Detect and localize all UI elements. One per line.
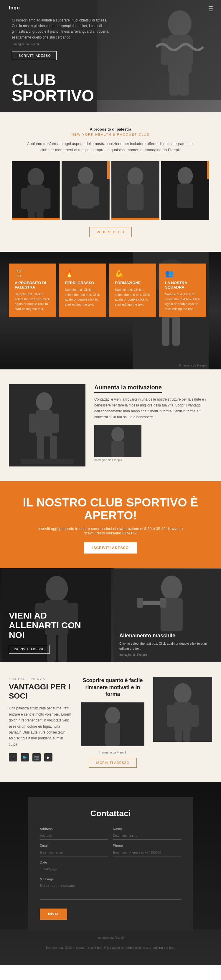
message-label: Message — [40, 877, 181, 881]
empty-group — [113, 861, 181, 873]
social-icons: f 🐦 📷 ▶ — [9, 753, 72, 762]
feature-title-1: A PROPOSITO DI PALESTRA — [15, 281, 50, 290]
address-group: Address — [40, 827, 108, 840]
see-more-button[interactable]: VEDERE DI PIÙ — [89, 227, 132, 237]
name-input[interactable] — [113, 832, 181, 840]
name-label: Name — [113, 827, 181, 830]
svg-rect-24 — [178, 183, 193, 208]
twitter-icon[interactable]: 🐦 — [21, 753, 29, 762]
svg-rect-38 — [37, 436, 44, 459]
hero-freepik: Immagine da Freepik — [12, 43, 112, 46]
svg-rect-10 — [21, 188, 28, 209]
membership-freepik-image — [81, 702, 144, 746]
open-signup-button[interactable]: ISCRIVITI ADESSO — [84, 542, 137, 554]
message-input[interactable] — [40, 882, 181, 900]
membership-tag: L'APPARTENENZA — [9, 677, 72, 681]
email-group: Email — [40, 844, 108, 856]
open-title: Il nostro club sportivo è aperto! — [12, 496, 209, 522]
about-image-1 — [12, 161, 60, 220]
form-row-2: Email Phone — [40, 844, 181, 856]
feature-title-4: LA NOSTRA SQUADRA — [165, 281, 200, 290]
phone-label: Phone — [113, 844, 181, 847]
feature-icon-2: 🔥 — [65, 269, 100, 278]
feature-card-2: 🔥 PERDI GRASSO Sample text. Click to sel… — [59, 264, 106, 317]
train-right-text: Click to select the text box. Click agai… — [119, 641, 215, 651]
feature-icon-1: 🏋️ — [15, 269, 50, 278]
motivation-section: Aumenta la motivazione Contattaci e vien… — [0, 369, 221, 481]
svg-rect-11 — [43, 188, 51, 209]
feature-title-2: PERDI GRASSO — [65, 281, 100, 285]
feature-text-4: Sample text. Click to select the text bo… — [165, 292, 200, 311]
svg-rect-64 — [191, 705, 199, 727]
svg-rect-55 — [137, 598, 143, 608]
feature-card-4: 👥 LA NOSTRA SQUADRA Sample text. Click t… — [159, 264, 206, 317]
hero-section: logo ☰ Ci impegniamo ad aiutarti a super… — [0, 0, 221, 112]
address-input[interactable] — [40, 832, 108, 840]
about-text: Abbiamo trasformato ogni aspetto della n… — [25, 141, 196, 153]
facebook-icon[interactable]: f — [9, 753, 17, 762]
email-input[interactable] — [40, 848, 108, 856]
instagram-icon[interactable]: 📷 — [32, 753, 41, 762]
svg-point-58 — [105, 707, 120, 724]
svg-rect-16 — [77, 183, 94, 208]
feature-card-1: 🏋️ A PROPOSITO DI PALESTRA Sample text. … — [9, 264, 56, 317]
svg-point-34 — [36, 392, 53, 411]
svg-rect-43 — [111, 441, 124, 457]
date-label: Date — [40, 861, 108, 864]
train-signup-button[interactable]: ISCRIVITI ADESSO — [9, 645, 50, 654]
submit-button[interactable]: INVIA — [40, 908, 67, 920]
form-row-1: Address Name — [40, 827, 181, 840]
svg-rect-40 — [21, 459, 74, 464]
contact-section: Contattaci Address Name Email Phone — [0, 782, 221, 965]
svg-point-8 — [28, 168, 44, 187]
train-section: VIENI AD ALLENARTI CON NOI ISCRIVITI ADE… — [0, 568, 221, 662]
svg-rect-63 — [167, 705, 175, 727]
svg-rect-66 — [183, 730, 191, 742]
feature-text-1: Sample text. Click to select the text bo… — [15, 292, 50, 311]
hero-title: Club sportivo — [12, 72, 112, 103]
about-images — [12, 161, 209, 220]
svg-rect-9 — [27, 185, 45, 212]
svg-point-15 — [78, 167, 93, 185]
svg-rect-65 — [175, 730, 182, 742]
about-image-2 — [62, 161, 110, 220]
address-label: Address — [40, 827, 108, 830]
membership-section: L'APPARTENENZA Vantaggi per i soci Una p… — [0, 662, 221, 782]
hero-signup-button[interactable]: ISCRIVITI ADESSO — [12, 51, 56, 60]
membership-middle-text: Scoprire quanto è facile rimanere motiva… — [81, 677, 144, 698]
phone-input[interactable] — [113, 848, 181, 856]
name-group: Name — [113, 827, 181, 840]
feature-icon-3: 💪 — [115, 269, 150, 278]
svg-point-1 — [168, 10, 192, 37]
form-row-3: Date — [40, 861, 181, 873]
youtube-icon[interactable]: ▶ — [44, 753, 53, 762]
contact-title: Contattaci — [40, 809, 181, 818]
feature-text-2: Sample text. Click to select the text bo… — [65, 287, 100, 307]
svg-rect-59 — [105, 723, 120, 746]
date-group: Date — [40, 861, 108, 873]
train-left: VIENI AD ALLENARTI CON NOI ISCRIVITI ADE… — [0, 568, 114, 662]
motivation-title: Aumenta la motivazione — [94, 384, 162, 393]
svg-rect-37 — [51, 414, 59, 433]
membership-title: Vantaggi per i soci — [9, 682, 72, 701]
svg-rect-4 — [184, 38, 193, 65]
membership-left: L'APPARTENENZA Vantaggi per i soci Una p… — [9, 677, 72, 767]
feature-text-3: Sample text. Click to select the text bo… — [115, 287, 150, 307]
features-section: Immagine da Freepik 🏋️ A PROPOSITO DI PA… — [0, 252, 221, 369]
email-label: Email — [40, 844, 108, 847]
train-right-title: Allenamento maschile — [119, 633, 215, 639]
membership-signup-button[interactable]: ISCRIVITI ADESSO — [89, 758, 137, 768]
train-text-box: VIENI AD ALLENARTI CON NOI ISCRIVITI ADE… — [9, 611, 81, 654]
svg-rect-35 — [36, 410, 53, 436]
open-section: Il nostro club sportivo è aperto! Iscriv… — [0, 481, 221, 568]
train-left-title: VIENI AD ALLENARTI CON NOI — [9, 611, 81, 640]
contact-freepik: Immagine da Freepik — [9, 936, 212, 939]
date-input[interactable] — [40, 865, 108, 873]
hamburger-icon[interactable]: ☰ — [208, 5, 214, 13]
logo: logo — [9, 5, 20, 10]
motivation-content: Aumenta la motivazione Contattaci e vien… — [94, 384, 212, 462]
svg-point-42 — [111, 427, 124, 442]
train-right: Allenamento maschile Click to select the… — [114, 568, 221, 662]
svg-point-52 — [161, 576, 182, 600]
membership-right — [153, 677, 212, 767]
